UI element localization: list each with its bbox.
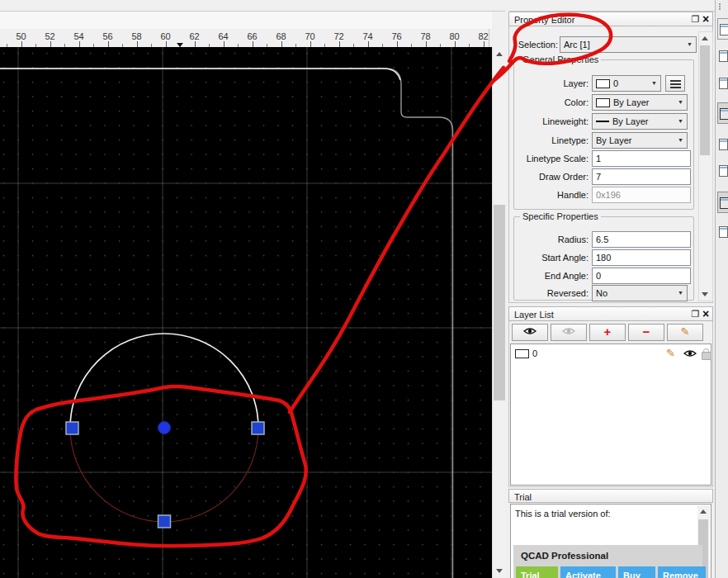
layer-row[interactable]: 0 ✎ [511,346,711,362]
dock-toggle-button-active[interactable] [717,192,728,213]
drawing-canvas[interactable] [0,47,492,578]
ruler-number: 66 [247,31,257,41]
panel-window-icon [720,197,728,209]
trial-titlebar[interactable]: Trial [508,489,713,503]
scrollbar-thumb[interactable] [494,205,505,400]
panel-window-icon [719,226,728,238]
lock-icon[interactable] [702,352,711,360]
scroll-down-icon[interactable] [702,292,708,296]
scroll-up-icon[interactable] [496,52,503,56]
linetype-scale-input[interactable] [592,150,691,167]
panel-window-icon [719,50,728,62]
grip-start-point[interactable] [66,422,78,434]
layer-list[interactable]: 0 ✎ [510,343,711,486]
layer-combobox[interactable]: 0 ▼ [592,75,661,92]
chevron-down-icon: ▼ [678,99,683,105]
dock-toggle-button[interactable] [717,45,728,67]
scroll-up-icon[interactable] [702,36,708,40]
layer-list-titlebar[interactable]: Layer List ❐ × [508,306,713,321]
ruler-ticks: 5052545658606264666870727476788082 [0,29,489,47]
color-combobox[interactable]: By Layer ▼ [592,94,688,111]
ruler-number: 70 [305,31,314,41]
hide-all-layers-button[interactable] [551,324,587,341]
scrollbar-thumb[interactable] [700,45,710,155]
remove-button[interactable]: Remove [658,566,706,578]
selection-combobox[interactable]: Arc [1] ▼ [560,36,697,53]
trial-message: This is a trial version of: [515,509,611,519]
property-editor-titlebar[interactable]: Property Editor ❐ × [508,12,713,26]
panel-window-icon [719,139,728,150]
end-angle-label: End Angle: [511,271,589,281]
ruler-number: 50 [16,31,26,41]
grip-center-point[interactable] [158,422,171,434]
reversed-combobox[interactable]: No ▼ [592,285,688,301]
draw-order-input[interactable] [592,168,691,185]
buy-button[interactable]: Buy [618,566,655,578]
chevron-down-icon: ▼ [678,118,683,124]
reversed-value: No [596,288,607,298]
show-all-layers-button[interactable] [512,324,548,341]
canvas-vertical-scrollbar[interactable] [492,47,506,578]
edit-layer-button[interactable]: ✎ [667,324,703,341]
start-angle-input[interactable] [592,249,691,266]
layer-value: 0 [613,78,618,88]
ruler-number: 76 [391,31,401,41]
selection-value: Arc [1] [564,40,590,50]
float-panel-icon[interactable]: ❐ [691,15,700,24]
ruler-number: 52 [45,31,54,41]
lineweight-sample-line [596,121,609,122]
pencil-icon[interactable]: ✎ [666,347,675,359]
color-label: Color: [511,97,589,107]
lineweight-value: By Layer [612,116,648,126]
scroll-down-icon[interactable] [496,569,503,573]
dock-toggle-button[interactable] [717,160,728,182]
panel-title: Trial [514,492,532,502]
start-angle-label: Start Angle: [511,253,589,263]
activate-button[interactable]: Activate [560,566,616,578]
property-editor-scrollbar[interactable] [698,31,713,301]
chevron-down-icon: ▼ [687,41,693,47]
property-editor-panel: Property Editor ❐ × Selection: Arc [1] ▼… [508,12,713,303]
ruler-number: 82 [478,31,488,41]
panel-window-icon [720,24,728,36]
plus-icon: + [604,325,612,339]
pencil-icon: ✎ [681,325,690,338]
grip-bottom-point[interactable] [158,515,171,528]
lineweight-label: Lineweight: [511,116,589,126]
end-angle-input[interactable] [592,268,691,284]
ruler-number: 60 [160,31,170,41]
dock-toggle-button[interactable] [717,18,728,40]
scroll-up-icon[interactable] [700,509,707,514]
chevron-down-icon: ▼ [678,137,683,143]
trial-panel: Trial This is a trial version of: QCAD P… [508,489,713,578]
close-panel-icon[interactable]: × [701,308,711,320]
panel-window-icon [720,108,728,120]
reversed-label: Reversed: [511,288,589,298]
linetype-label: Linetype: [511,135,589,145]
dock-toggle-button[interactable] [717,73,728,94]
linetype-combobox[interactable]: By Layer ▼ [592,132,688,149]
dock-toggle-button-active[interactable] [717,102,728,124]
dock-toggle-button[interactable] [717,221,728,243]
add-layer-button[interactable]: + [589,324,626,341]
panel-title: Layer List [514,310,554,320]
close-panel-icon[interactable]: × [701,13,711,25]
remove-layer-button[interactable]: − [628,324,664,341]
panel-title: Property Editor [514,15,574,25]
layer-menu-button[interactable] [665,75,685,92]
radius-input[interactable] [592,231,691,248]
lineweight-combobox[interactable]: By Layer ▼ [592,113,688,130]
linetype-scale-label: Linetype Scale: [511,154,589,163]
eye-icon[interactable] [683,349,697,358]
trial-content: This is a trial version of: QCAD Profess… [510,504,711,578]
trial-product-box: QCAD Professional Trial Activate Buy Rem… [513,545,702,578]
grip-end-point[interactable] [252,422,264,434]
ruler-number: 64 [218,31,228,41]
chevron-down-icon: ▼ [651,80,657,86]
trial-tab-button[interactable]: Trial [516,566,558,578]
specific-properties-legend: Specific Properties [520,211,601,221]
color-value: By Layer [613,97,649,107]
ruler-number: 58 [131,31,141,41]
float-panel-icon[interactable]: ❐ [691,310,700,319]
dock-toggle-button[interactable] [717,134,728,155]
